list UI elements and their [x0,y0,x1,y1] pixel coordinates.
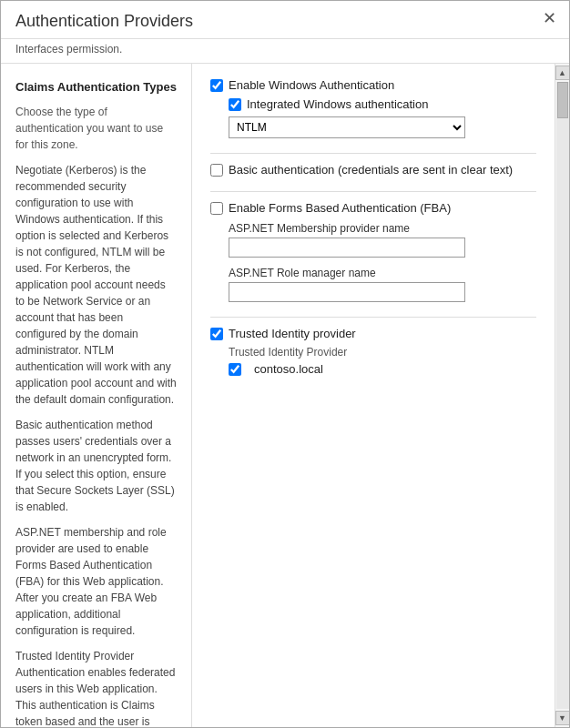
contoso-local-checkbox[interactable] [229,363,241,376]
dialog-subtitle: Interfaces permission. [1,43,569,64]
scroll-thumb[interactable] [557,82,568,118]
role-field-group: ASP.NET Role manager name [210,267,536,302]
integrated-windows-auth-row: Integrated Windows authentication [229,97,536,111]
right-panel: Enable Windows Authentication Integrated… [192,64,555,727]
role-input-wrapper [229,282,536,302]
membership-provider-input[interactable] [229,238,465,258]
membership-input-wrapper [229,238,536,258]
integrated-windows-auth-label[interactable]: Integrated Windows authentication [247,97,428,111]
contoso-local-label: contoso.local [254,362,323,376]
trusted-identity-row: Trusted Identity provider [210,327,536,340]
dialog-title: Authentication Providers [15,12,193,30]
membership-label: ASP.NET Membership provider name [229,222,536,235]
basic-auth-section: Basic authentication (credentials are se… [210,163,536,177]
scroll-down-icon: ▼ [558,713,566,723]
role-manager-label: ASP.NET Role manager name [229,267,536,279]
dialog-body: Claims Authentication Types Choose the t… [1,64,569,727]
integrated-windows-auth-checkbox[interactable] [229,98,241,111]
close-button[interactable]: ✕ [543,10,556,26]
ntlm-select[interactable]: NTLM Negotiate (Kerberos) Negotiate [229,116,465,138]
aspnet-description: ASP.NET membership and role provider are… [15,524,177,639]
ntlm-select-row: NTLM Negotiate (Kerberos) Negotiate [229,116,536,138]
authentication-providers-dialog: Authentication Providers ✕ Interfaces pe… [0,0,570,728]
enable-windows-auth-label[interactable]: Enable Windows Authentication [229,78,394,92]
fba-label[interactable]: Enable Forms Based Authentication (FBA) [229,201,451,215]
basic-auth-row: Basic authentication (credentials are se… [210,163,536,177]
kerberos-description: Negotiate (Kerberos) is the recommended … [15,162,177,408]
divider-1 [210,153,536,154]
left-panel: Claims Authentication Types Choose the t… [1,64,192,727]
scroll-down-button[interactable]: ▼ [555,711,570,725]
claims-auth-title: Claims Authentication Types [15,78,177,96]
trusted-identity-checkbox[interactable] [210,328,223,340]
enable-windows-auth-row: Enable Windows Authentication [210,78,536,92]
windows-auth-section: Enable Windows Authentication Integrated… [210,78,536,138]
fba-checkbox[interactable] [210,202,223,215]
role-manager-input[interactable] [229,282,465,302]
trusted-identity-provider-row: contoso.local [229,362,536,376]
section-intro: Choose the type of authentication you wa… [15,104,177,153]
dialog-header: Authentication Providers ✕ [1,1,569,39]
basic-auth-checkbox[interactable] [210,164,223,177]
trusted-identity-description: Trusted Identity Provider Authentication… [15,648,177,728]
forms-auth-section: Enable Forms Based Authentication (FBA) … [210,201,536,302]
enable-windows-auth-checkbox[interactable] [210,79,223,92]
basic-auth-description: Basic authentication method passes users… [15,417,177,515]
scrollbar: ▲ ▼ [555,64,569,727]
divider-3 [210,317,536,318]
scroll-track [556,82,569,709]
windows-auth-indent: Integrated Windows authentication [229,97,536,111]
scroll-up-icon: ▲ [558,68,566,77]
scroll-up-button[interactable]: ▲ [555,66,570,80]
trusted-identity-table-header: Trusted Identity Provider [229,346,536,359]
trusted-identity-section: Trusted Identity provider Trusted Identi… [210,327,536,376]
divider-2 [210,191,536,192]
fba-row: Enable Forms Based Authentication (FBA) [210,201,536,215]
basic-auth-label[interactable]: Basic authentication (credentials are se… [229,163,513,177]
trusted-identity-label[interactable]: Trusted Identity provider [229,327,356,340]
membership-field-group: ASP.NET Membership provider name [210,222,536,258]
